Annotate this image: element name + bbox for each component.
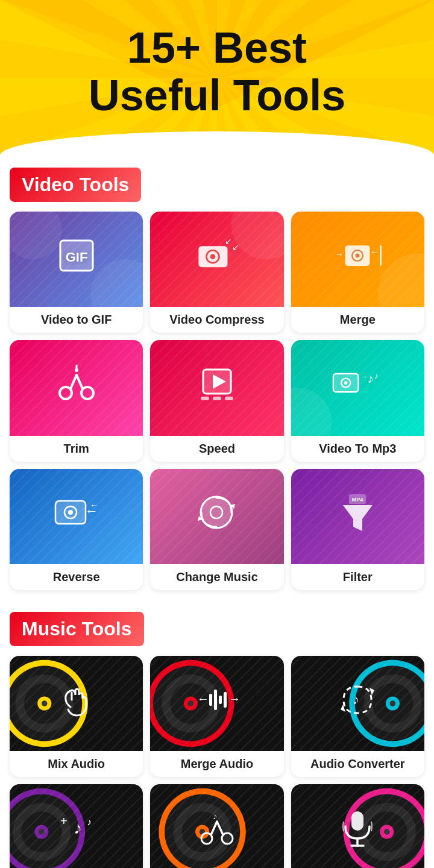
reverse-icon-wrap: ← ← xyxy=(10,469,143,564)
record-icon xyxy=(339,808,376,855)
svg-rect-65 xyxy=(214,690,217,710)
svg-marker-77 xyxy=(370,688,374,695)
change-music-icon xyxy=(194,493,239,539)
video-compress-icon-wrap: ↙ ↙ xyxy=(150,212,283,307)
trim-audio-icon-wrap: ♪ xyxy=(150,784,283,868)
split-icon: ♪ + ♪ xyxy=(55,808,98,855)
svg-text:♪: ♪ xyxy=(374,371,379,380)
trim-icon-wrap xyxy=(10,340,143,435)
svg-point-4 xyxy=(231,212,284,259)
svg-rect-16 xyxy=(380,245,382,266)
music-tools-grid: Mix Audio ← xyxy=(0,656,434,868)
video-to-gif-icon-wrap: GIF xyxy=(10,212,143,307)
svg-text:GIF: GIF xyxy=(65,250,87,265)
svg-point-72 xyxy=(372,683,412,723)
trim-audio-card[interactable]: ♪ Trim Audio xyxy=(150,784,283,868)
svg-point-37 xyxy=(68,510,73,515)
trim-card[interactable]: Trim xyxy=(10,340,143,461)
mix-audio-label: Mix Audio xyxy=(10,751,143,777)
svg-text:←: ← xyxy=(90,500,98,510)
music-tools-label: Music Tools xyxy=(22,618,132,640)
reverse-label: Reverse xyxy=(10,564,143,590)
merge-icon-wrap: → ← xyxy=(291,212,424,307)
svg-point-60 xyxy=(188,700,194,706)
filter-icon-wrap: MP4 xyxy=(291,469,424,564)
filter-card[interactable]: MP4 Filter xyxy=(291,469,424,590)
svg-text:+: + xyxy=(60,814,68,828)
merge-audio-card[interactable]: ← → Merge Audio xyxy=(150,656,283,777)
merge-label: Merge xyxy=(291,307,424,333)
record-audio-icon-wrap xyxy=(291,784,424,868)
filter-icon: MP4 xyxy=(338,492,377,541)
svg-point-10 xyxy=(378,254,424,307)
svg-text:♪: ♪ xyxy=(213,811,217,821)
video-to-mp3-label: Video To Mp3 xyxy=(291,436,424,462)
merge-audio-icon-wrap: ← → xyxy=(150,656,283,751)
split-audio-icon-wrap: ♪ + ♪ xyxy=(10,784,143,868)
svg-point-74 xyxy=(389,700,395,706)
merge-audio-icon: ← → xyxy=(196,685,238,722)
svg-text:←: ← xyxy=(197,692,209,705)
split-audio-card[interactable]: ♪ + ♪ Split Audio xyxy=(10,784,143,868)
video-tools-label: Video Tools xyxy=(22,174,129,195)
v2mp3-icon: → ♪ ♪ xyxy=(332,366,383,409)
svg-point-7 xyxy=(210,254,216,260)
svg-point-0 xyxy=(10,212,62,259)
svg-text:♪: ♪ xyxy=(367,372,373,386)
svg-text:↙: ↙ xyxy=(225,237,232,246)
audio-converter-icon-wrap: ♪ xyxy=(291,656,424,751)
svg-text:→: → xyxy=(228,692,238,705)
video-to-gif-label: Video to GIF xyxy=(10,307,143,333)
reverse-card[interactable]: ← ← Reverse xyxy=(10,469,143,590)
video-tools-section-header: Video Tools xyxy=(10,168,424,202)
svg-text:MP4: MP4 xyxy=(352,497,363,503)
svg-point-28 xyxy=(291,388,332,435)
svg-point-31 xyxy=(344,382,348,385)
music-tools-label-bar: Music Tools xyxy=(10,612,144,646)
trim-audio-icon: ♪ xyxy=(196,808,238,855)
video-to-gif-card[interactable]: GIF Video to GIF xyxy=(10,212,143,333)
svg-text:♪: ♪ xyxy=(87,817,92,827)
record-audio-card[interactable]: Record Audio xyxy=(291,784,424,868)
music-tools-section-header: Music Tools xyxy=(10,612,424,646)
merge-audio-label: Merge Audio xyxy=(150,751,283,777)
svg-point-85 xyxy=(39,829,45,835)
svg-text:→: → xyxy=(335,249,344,259)
video-to-mp3-card[interactable]: → ♪ ♪ Video To Mp3 xyxy=(291,340,424,461)
compress-icon: ↙ ↙ xyxy=(196,237,238,281)
svg-text:→: → xyxy=(360,374,367,381)
speed-icon xyxy=(196,365,238,411)
change-music-icon-wrap xyxy=(150,469,283,564)
video-tools-grid: GIF Video to GIF ↙ ↙ xyxy=(0,212,434,599)
video-tools-label-bar: Video Tools xyxy=(10,168,141,202)
merge-icon: → ← xyxy=(333,239,382,280)
mix-icon xyxy=(58,682,95,725)
reverse-icon: ← ← xyxy=(52,495,101,538)
svg-point-109 xyxy=(384,829,390,835)
video-compress-label: Video Compress xyxy=(150,307,283,333)
svg-point-73 xyxy=(386,696,400,710)
filter-label: Filter xyxy=(291,564,424,590)
speed-card[interactable]: Speed xyxy=(150,340,283,461)
video-compress-card[interactable]: ↙ ↙ Video Compress xyxy=(150,212,283,333)
svg-text:←: ← xyxy=(370,247,380,257)
svg-point-84 xyxy=(34,825,48,838)
svg-rect-26 xyxy=(213,397,221,400)
svg-rect-64 xyxy=(209,694,212,706)
trim-label: Trim xyxy=(10,436,143,462)
svg-text:♪: ♪ xyxy=(74,819,82,837)
mix-audio-card[interactable]: Mix Audio xyxy=(10,656,143,777)
audio-converter-card[interactable]: ♪ Audio Converter xyxy=(291,656,424,777)
change-music-card[interactable]: Change Music xyxy=(150,469,283,590)
header-title: 15+ Best Useful Tools xyxy=(12,24,422,119)
svg-line-102 xyxy=(217,822,223,835)
svg-point-51 xyxy=(42,700,48,706)
speed-icon-wrap xyxy=(150,340,283,435)
svg-rect-66 xyxy=(219,696,222,704)
svg-rect-112 xyxy=(351,811,363,831)
merge-card[interactable]: → ← Merge xyxy=(291,212,424,333)
svg-rect-27 xyxy=(225,397,233,400)
svg-point-14 xyxy=(356,253,360,257)
trim-icon xyxy=(52,363,101,412)
change-music-label: Change Music xyxy=(150,564,283,590)
